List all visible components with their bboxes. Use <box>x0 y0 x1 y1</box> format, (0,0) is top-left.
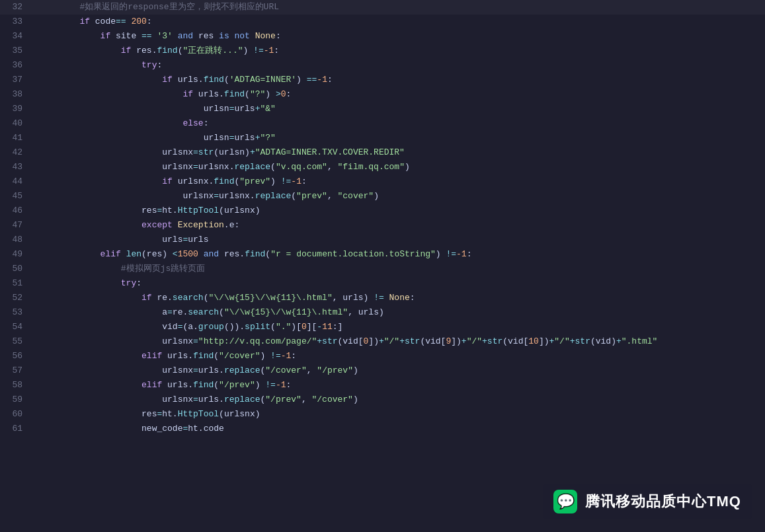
token: "r = document.location.toString" <box>270 249 436 259</box>
token: urls. <box>162 351 193 361</box>
token: "prev" <box>239 176 270 186</box>
token: != <box>265 380 276 390</box>
code-content: elif urls.find("/prev") !=-1: <box>33 378 765 393</box>
line-number: 50 <box>0 262 33 276</box>
token: : <box>147 17 152 26</box>
token: ]) <box>451 336 462 346</box>
token: HttpTool <box>178 409 219 419</box>
token: (vid[ <box>338 336 364 346</box>
token: + <box>255 104 261 114</box>
token: != <box>281 176 292 186</box>
token: urlsn <box>38 104 229 114</box>
token: (urlsnx) <box>219 206 260 215</box>
table-row: 35 if res.find("正在跳转...") !=-1: <box>0 44 765 58</box>
token: ht. <box>162 409 177 419</box>
token: > <box>276 89 281 99</box>
token: is not <box>219 31 250 41</box>
token: if <box>38 89 193 99</box>
token: "?" <box>261 133 276 143</box>
token: = <box>193 336 198 346</box>
token: ) <box>296 75 307 85</box>
token: ht. <box>162 206 177 215</box>
token: != <box>253 46 264 56</box>
code-content: urlsnx=urlsnx.replace("prev", "cover") <box>33 189 765 204</box>
token: )[ <box>291 322 302 332</box>
token: urlsnx <box>38 162 193 172</box>
watermark-text: 腾讯移动品质中心TMQ <box>585 492 741 512</box>
token: + <box>482 336 487 346</box>
line-number: 58 <box>0 378 33 393</box>
code-content: elif urls.find("/cover") !=-1: <box>33 349 765 363</box>
token: find <box>224 89 245 99</box>
code-content: #模拟网页js跳转页面 <box>33 262 765 276</box>
line-number: 59 <box>0 393 33 407</box>
token: "film.qq.com" <box>338 162 405 172</box>
token: vid <box>38 322 178 332</box>
token: = <box>193 147 198 157</box>
code-content: try: <box>33 276 765 291</box>
token: :] <box>333 322 343 332</box>
token: , urls) <box>348 307 384 317</box>
table-row: 34 if site == '3' and res is not None: <box>0 29 765 44</box>
token: = <box>193 162 198 172</box>
token: search <box>173 293 204 303</box>
token: == <box>307 75 317 85</box>
table-row: 32 #如果返回的response里为空，则找不到相应的URL <box>0 0 765 15</box>
table-row: 52 if re.search("\/\w{15}\/\w{11}\.html"… <box>0 291 765 305</box>
token: new_code <box>38 424 182 434</box>
token: ( <box>245 89 250 99</box>
token: urls. <box>162 380 193 390</box>
table-row: 42 urlsnx=str(urlsn)+"ADTAG=INNER.TXV.CO… <box>0 145 765 160</box>
code-content: urlsnx=urls.replace("/prev", "/cover") <box>33 393 765 407</box>
token: != <box>446 249 456 259</box>
token: urls <box>188 235 208 245</box>
token: urls. <box>173 75 204 85</box>
token: try <box>38 278 136 288</box>
token: ]) <box>368 336 379 346</box>
token: .e: <box>224 220 239 230</box>
table-row: 38 if urls.find("?") >0: <box>0 87 765 102</box>
token: "&" <box>261 104 276 114</box>
code-content: res=ht.HttpTool(urlsnx) <box>33 204 765 218</box>
token: ( <box>224 75 229 85</box>
token: "cover" <box>338 191 374 201</box>
code-content: else: <box>33 116 765 131</box>
table-row: 47 except Exception.e: <box>0 218 765 233</box>
token: "/prev" <box>265 395 302 404</box>
token: , <box>327 191 338 201</box>
line-number: 61 <box>0 422 33 436</box>
token: urlsnx <box>38 147 193 157</box>
table-row: 43 urlsnx=urlsnx.replace("v.qq.com", "fi… <box>0 160 765 174</box>
token: (res) <box>141 249 173 259</box>
token: : <box>410 293 415 303</box>
token: urls <box>234 104 255 114</box>
line-number: 40 <box>0 116 33 131</box>
code-content: except Exception.e: <box>33 218 765 233</box>
token: elif <box>38 249 121 259</box>
token: != <box>374 293 384 303</box>
token: ) <box>436 249 446 259</box>
code-content: if urlsnx.find("prev") !=-1: <box>33 174 765 189</box>
token: find <box>193 380 214 390</box>
code-content: a=re.search("\/\w{15}\/\w{11}\.html", ur… <box>33 305 765 320</box>
token: ) <box>261 351 271 361</box>
token: "?" <box>250 89 265 99</box>
token: '3' <box>152 31 173 41</box>
line-number: 54 <box>0 320 33 334</box>
token: str <box>322 336 337 346</box>
token: replace <box>234 162 270 172</box>
table-row: 58 elif urls.find("/prev") !=-1: <box>0 378 765 393</box>
table-row: 46 res=ht.HttpTool(urlsnx) <box>0 204 765 218</box>
table-row: 60 res=ht.HttpTool(urlsnx) <box>0 407 765 422</box>
token: < <box>173 249 178 259</box>
token: None <box>250 31 276 41</box>
token: ( <box>214 380 219 390</box>
table-row: 33 if code== 200: <box>0 15 765 29</box>
token: Exception <box>173 220 224 230</box>
token: ) <box>353 395 358 404</box>
token: and <box>198 249 219 259</box>
table-row: 37 if urls.find('ADTAG=INNER') ==-1: <box>0 73 765 87</box>
watermark: 💬 腾讯移动品质中心TMQ <box>543 484 752 519</box>
table-row: 59 urlsnx=urls.replace("/prev", "/cover"… <box>0 393 765 407</box>
token: == <box>116 17 126 26</box>
